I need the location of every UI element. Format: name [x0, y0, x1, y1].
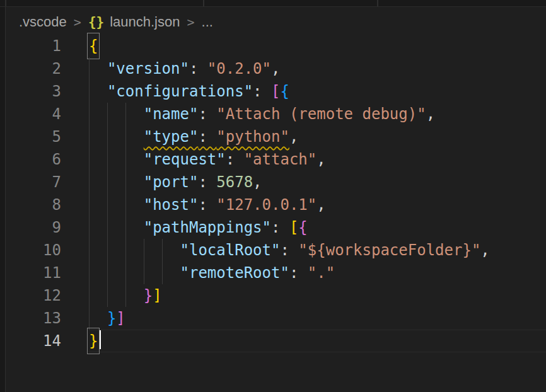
breadcrumb-symbol-more[interactable]: ...	[202, 14, 213, 30]
code-token: "name"	[144, 105, 199, 123]
code-token: 5678	[216, 173, 253, 191]
indent-guide	[107, 239, 108, 262]
code-line-1[interactable]: {	[89, 35, 546, 57]
tab-divider	[203, 0, 204, 6]
indent-guide	[125, 216, 126, 239]
code-token: ,	[317, 196, 325, 214]
chevron-right-icon: >	[187, 14, 194, 30]
code-token: "python"	[216, 128, 289, 146]
code-token: :	[280, 241, 298, 259]
line-number-11[interactable]: 11	[6, 262, 61, 284]
code-token: "attach"	[244, 151, 317, 168]
code-line-8[interactable]: "host": "127.0.0.1",	[89, 193, 546, 216]
bracket-match: {	[89, 35, 98, 57]
code-token: :	[271, 219, 289, 236]
code-token: [	[289, 219, 298, 236]
code-line-12[interactable]: }]	[89, 284, 546, 307]
indent-guide	[107, 262, 108, 284]
code-token: :	[226, 151, 244, 168]
code-token: [	[271, 83, 280, 100]
code-token: :	[189, 60, 207, 78]
indent-guide	[89, 148, 90, 171]
breadcrumb: .vscode > {} launch.json > ...	[19, 10, 213, 34]
code-token: ,	[480, 241, 489, 259]
line-number-2[interactable]: 2	[6, 57, 61, 80]
indent-guide	[107, 216, 108, 239]
indent-guide	[107, 171, 108, 193]
line-number-9[interactable]: 9	[6, 216, 61, 239]
code-token	[89, 241, 180, 259]
indent-guide	[107, 284, 108, 307]
code-token: "0.2.0"	[207, 60, 271, 78]
code-token: :	[198, 196, 216, 214]
code-token: "configurations"	[107, 83, 253, 100]
chevron-right-icon: >	[74, 14, 81, 30]
code-token: "host"	[144, 196, 199, 214]
code-line-4[interactable]: "name": "Attach (remote debug)",	[89, 103, 546, 125]
code-token: ]	[153, 287, 161, 304]
code-line-3[interactable]: "configurations": [{	[89, 80, 546, 103]
indent-guide	[125, 239, 126, 262]
code-line-2[interactable]: "version": "0.2.0",	[89, 57, 546, 80]
vscode-editor-window: .vscode > {} launch.json > ... 123456789…	[0, 0, 546, 392]
code-token: "version"	[107, 60, 189, 78]
line-number-8[interactable]: 8	[6, 193, 61, 216]
line-number-13[interactable]: 13	[6, 307, 61, 330]
code-token	[89, 83, 107, 100]
code-token	[89, 173, 144, 191]
indent-guide	[89, 239, 90, 262]
indent-guide	[89, 216, 90, 239]
indent-guide	[144, 262, 144, 284]
breadcrumb-file[interactable]: {} launch.json	[88, 14, 180, 30]
sidebar-edge	[0, 7, 6, 392]
line-number-12[interactable]: 12	[6, 284, 61, 307]
code-line-10[interactable]: "localRoot": "${workspaceFolder}",	[89, 239, 546, 262]
code-line-14[interactable]: }	[89, 330, 546, 352]
code-area[interactable]: { "version": "0.2.0", "configurations": …	[89, 35, 546, 352]
indent-guide	[89, 125, 90, 148]
code-line-5[interactable]: "type": "python",	[89, 125, 546, 148]
code-line-7[interactable]: "port": 5678,	[89, 171, 546, 193]
indent-guide	[107, 193, 108, 216]
indent-guide	[162, 239, 163, 262]
code-token: "type"	[144, 128, 199, 146]
breadcrumb-file-label: launch.json	[110, 14, 180, 30]
indent-guide	[125, 103, 126, 125]
tab-divider	[5, 0, 6, 6]
code-token: {	[280, 83, 289, 100]
breadcrumb-folder[interactable]: .vscode	[19, 14, 67, 30]
indent-guide	[125, 125, 126, 148]
code-token: ,	[426, 105, 435, 123]
code-token	[89, 128, 144, 146]
indent-guide	[162, 262, 163, 284]
line-number-3[interactable]: 3	[6, 80, 61, 103]
indent-guide	[125, 262, 126, 284]
tab-divider	[377, 0, 378, 6]
code-token: "request"	[144, 151, 226, 168]
indent-guide	[107, 125, 108, 148]
line-number-14[interactable]: 14	[6, 330, 61, 352]
indent-guide	[89, 193, 90, 216]
indent-guide	[89, 80, 90, 103]
line-number-10[interactable]: 10	[6, 239, 61, 262]
indent-guide	[125, 148, 126, 171]
line-number-5[interactable]: 5	[6, 125, 61, 148]
indent-guide	[125, 284, 126, 307]
line-number-4[interactable]: 4	[6, 103, 61, 125]
line-number-7[interactable]: 7	[6, 171, 61, 193]
line-number-gutter[interactable]: 1234567891011121314	[6, 35, 61, 352]
code-token: ,	[289, 128, 298, 146]
code-line-11[interactable]: "remoteRoot": "."	[89, 262, 546, 284]
code-line-9[interactable]: "pathMappings": [{	[89, 216, 546, 239]
code-line-6[interactable]: "request": "attach",	[89, 148, 546, 171]
indent-guide	[107, 148, 108, 171]
line-number-1[interactable]: 1	[6, 35, 61, 57]
indent-guide	[89, 171, 90, 193]
editor[interactable]: 1234567891011121314 { "version": "0.2.0"…	[6, 35, 546, 392]
line-number-6[interactable]: 6	[6, 148, 61, 171]
indent-guide	[107, 103, 108, 125]
tab-bar	[0, 0, 546, 7]
code-line-13[interactable]: }]	[89, 307, 546, 330]
code-token: ,	[271, 60, 280, 78]
code-token: :	[289, 264, 308, 282]
